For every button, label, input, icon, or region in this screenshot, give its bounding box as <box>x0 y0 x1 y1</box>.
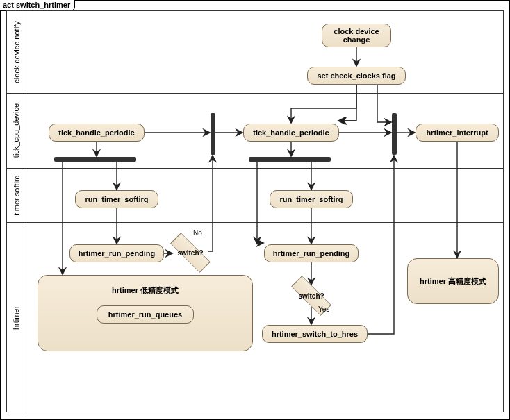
node-hrtimer-low-mode: hrtimer 低精度模式 hrtimer_run_queues <box>38 275 253 351</box>
node-hrtimer-switch-to-hres: hrtimer_switch_to_hres <box>262 325 368 343</box>
node-hrtimer-high-mode: hrtimer 高精度模式 <box>407 258 499 304</box>
node-hrtimer-run-pending-1: hrtimer_run_pending <box>69 244 164 262</box>
node-hrtimer-run-queues: hrtimer_run_queues <box>97 305 194 324</box>
lane-label: hrtimer <box>13 306 21 330</box>
node-title: hrtimer 低精度模式 <box>44 285 247 296</box>
decision-switch-1: switch? <box>170 240 211 265</box>
node-tick-handle-periodic-1: tick_handle_periodic <box>49 124 145 142</box>
node-clock-device-change: clock device change <box>322 24 391 47</box>
node-title: hrtimer 高精度模式 <box>420 276 486 287</box>
node-run-timer-softirq-1: run_timer_softirq <box>75 190 158 208</box>
node-hrtimer-interrupt: hrtimer_interrupt <box>416 124 499 142</box>
fork-bar-1 <box>54 157 136 162</box>
arrows-layer <box>7 11 503 412</box>
node-set-check-clocks-flag: set check_clocks flag <box>307 67 406 85</box>
lane-separator <box>7 222 503 223</box>
node-hrtimer-run-pending-2: hrtimer_run_pending <box>264 244 359 262</box>
lane-label: clock device notify <box>13 21 21 83</box>
lane-label: timer softirq <box>13 175 21 215</box>
fork-bar-2 <box>249 157 331 162</box>
decision-label: switch? <box>170 240 211 265</box>
decision-label: switch? <box>290 283 332 308</box>
swimlane-frame: clock device notify tick_cpu_device time… <box>6 10 504 412</box>
frame-title: act switch_hrtimer <box>0 0 75 11</box>
diagram-canvas: act switch_hrtimer clock device notify t… <box>0 0 510 420</box>
join-bar-1 <box>211 113 215 155</box>
lane-clock-device-notify: clock device notify <box>7 11 26 93</box>
join-bar-2 <box>392 113 397 155</box>
edge-label-yes: Yes <box>318 305 329 313</box>
lane-label: tick_cpu_device <box>13 103 21 158</box>
node-run-timer-softirq-2: run_timer_softirq <box>270 190 353 208</box>
node-tick-handle-periodic-2: tick_handle_periodic <box>243 124 339 142</box>
lane-timer-softirq: timer softirq <box>7 168 26 222</box>
decision-switch-2: switch? <box>290 283 332 308</box>
edge-label-no: No <box>193 229 202 237</box>
lane-hrtimer: hrtimer <box>7 222 26 414</box>
lane-separator <box>7 168 503 169</box>
lane-tick-cpu-device: tick_cpu_device <box>7 93 26 168</box>
lane-separator <box>7 93 503 94</box>
